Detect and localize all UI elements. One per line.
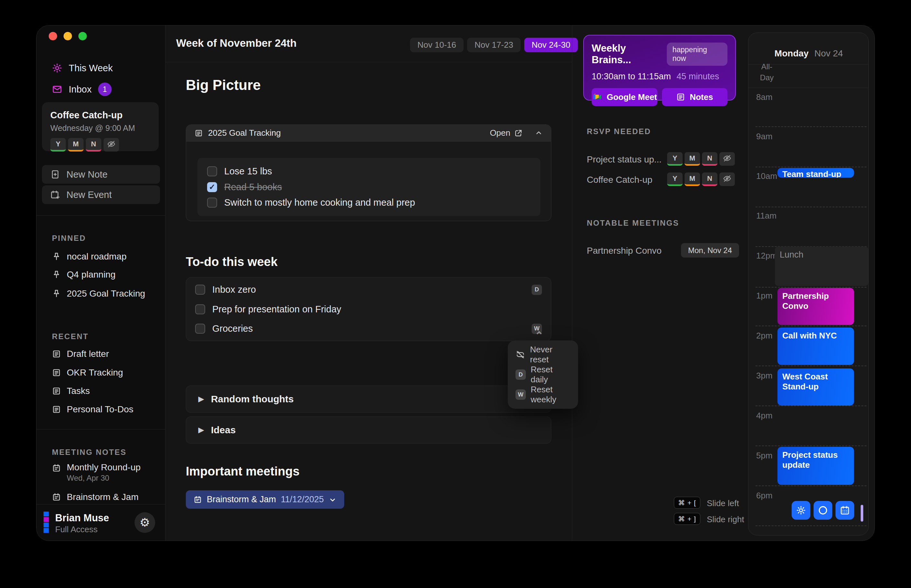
- sidebar-item-inbox[interactable]: Inbox 1: [52, 82, 112, 97]
- repeat-off-icon: [516, 350, 525, 359]
- sidebar-item-monthly-roundup[interactable]: Monthly Round-up Wed, Apr 30: [52, 462, 141, 477]
- sidebar-item-this-week[interactable]: This Week: [52, 60, 113, 76]
- hour-label: 4pm: [756, 411, 773, 421]
- meeting-chip-brainstorm-jam[interactable]: Brainstorm & Jam 11/12/2025: [186, 490, 344, 509]
- rsvp-yes-button[interactable]: Y: [50, 138, 66, 152]
- tab-nov-24-30[interactable]: Nov 24-30: [524, 38, 578, 52]
- now-card-time: 10:30am to 11:15am: [592, 71, 671, 81]
- happening-now-badge: happening now: [667, 42, 727, 66]
- calendar-note-icon: [52, 493, 61, 502]
- circle-button[interactable]: [814, 501, 832, 520]
- sidebar-item-label: Brainstorm & Jam: [67, 492, 139, 502]
- tab-nov-17-23[interactable]: Nov 17-23: [467, 38, 521, 52]
- rsvp-maybe-button[interactable]: M: [68, 138, 84, 152]
- rsvp-no-button[interactable]: N: [702, 152, 717, 166]
- rsvp-hide-button[interactable]: [104, 138, 119, 152]
- calendar-button[interactable]: [835, 501, 854, 520]
- eye-off-icon: [723, 174, 731, 183]
- kbd-slide-left-label: Slide left: [707, 498, 739, 508]
- hour-label: 6pm: [756, 491, 773, 501]
- external-link-icon: [514, 129, 523, 137]
- checkbox-unchecked[interactable]: [207, 166, 217, 176]
- sidebar-item-q4-planning[interactable]: Q4 planning: [52, 268, 115, 282]
- meeting-date-badge[interactable]: Mon, Nov 24: [681, 243, 739, 258]
- reset-daily-badge[interactable]: D: [532, 285, 542, 295]
- note-icon: [52, 405, 61, 414]
- sidebar-item-label: Monthly Round-up: [67, 462, 141, 472]
- goal-card-header[interactable]: 2025 Goal Tracking Open: [186, 125, 551, 142]
- minimize-button[interactable]: [63, 32, 72, 40]
- checkbox-unchecked[interactable]: [195, 324, 205, 334]
- note-icon: [52, 368, 61, 377]
- sidebar-item-2025-goal-tracking[interactable]: 2025 Goal Tracking: [52, 287, 145, 301]
- calendar-event-call-with-nyc[interactable]: Call with NYC: [777, 328, 854, 365]
- menu-item-label: Reset daily: [531, 365, 570, 384]
- sidebar-item-brainstorm-jam[interactable]: Brainstorm & Jam: [52, 490, 139, 504]
- menu-item-reset-daily[interactable]: D Reset daily: [508, 365, 578, 384]
- menu-item-never-reset[interactable]: Never reset: [508, 346, 578, 363]
- sun-icon: [52, 63, 62, 73]
- note-icon: [676, 92, 685, 102]
- sidebar-item-draft-letter[interactable]: Draft letter: [52, 347, 109, 361]
- note-plus-icon: [50, 170, 60, 179]
- gear-icon: ⚙: [140, 516, 150, 529]
- calendar-event-lunch[interactable]: Lunch: [775, 247, 869, 286]
- rsvp-yes-button[interactable]: Y: [667, 152, 683, 166]
- user-area[interactable]: Brian Muse Full Access ⚙: [36, 504, 165, 541]
- new-note-label: New Note: [66, 169, 107, 180]
- hour-label: 3pm: [756, 371, 773, 381]
- rsvp-maybe-button[interactable]: M: [684, 152, 700, 166]
- hour-label: 8am: [756, 92, 773, 102]
- todo-card: Inbox zero D Prep for presentation on Fr…: [186, 277, 551, 341]
- sidebar-item-label: 2025 Goal Tracking: [67, 289, 145, 299]
- notes-label: Notes: [690, 92, 713, 102]
- rsvp-no-button[interactable]: N: [86, 138, 101, 152]
- chevron-up-icon[interactable]: [535, 129, 543, 137]
- section-ideas[interactable]: ▶ Ideas: [186, 417, 551, 444]
- calendar-event-partnership-convo[interactable]: Partnership Convo: [777, 288, 854, 325]
- rsvp-maybe-button[interactable]: M: [684, 173, 700, 186]
- hour-gridline: [756, 167, 866, 167]
- rsvp-no-button[interactable]: N: [702, 173, 717, 186]
- eye-off-icon: [107, 140, 116, 149]
- sidebar-item-nocal-roadmap[interactable]: nocal roadmap: [52, 249, 126, 264]
- new-note-button[interactable]: New Note: [42, 165, 160, 184]
- weather-button[interactable]: [792, 501, 811, 520]
- checkbox-unchecked[interactable]: [195, 304, 205, 314]
- divider: [36, 215, 165, 216]
- note-icon: [194, 129, 203, 137]
- goal-card-open-link[interactable]: Open: [490, 128, 543, 138]
- checkbox-checked[interactable]: [207, 182, 217, 192]
- pin-icon: [52, 270, 61, 279]
- calendar-day-header: Monday Nov 24: [748, 48, 869, 59]
- kbd-slide-left: ⌘ + [: [674, 497, 701, 509]
- sidebar-item-okr-tracking[interactable]: OKR Tracking: [52, 365, 123, 380]
- checkbox-unchecked[interactable]: [195, 285, 205, 295]
- tab-nov-10-16[interactable]: Nov 10-16: [410, 38, 464, 52]
- rsvp-hide-button[interactable]: [719, 152, 735, 166]
- new-event-button[interactable]: New Event: [42, 185, 160, 204]
- new-event-label: New Event: [66, 189, 112, 200]
- screen: This Week Inbox 1 Coffee Catch-up Wednes…: [0, 0, 911, 588]
- hour-gridline: [756, 525, 866, 526]
- close-button[interactable]: [49, 32, 57, 40]
- zoom-button[interactable]: [78, 32, 87, 40]
- checkbox-unchecked[interactable]: [207, 198, 217, 208]
- sidebar-event-card[interactable]: Coffee Catch-up Wednesday @ 9:00 AM Y M …: [42, 102, 159, 151]
- section-random-thoughts[interactable]: ▶ Random thoughts: [186, 386, 551, 413]
- app-window: This Week Inbox 1 Coffee Catch-up Wednes…: [36, 25, 875, 541]
- calendar-event-project-status-update[interactable]: Project status update: [777, 447, 854, 485]
- sidebar-item-tasks[interactable]: Tasks: [52, 384, 90, 398]
- user-name: Brian Muse: [55, 512, 109, 524]
- calendar-event-team-standup[interactable]: Team stand-up: [777, 168, 854, 178]
- menu-item-reset-weekly[interactable]: W Reset weekly: [508, 386, 578, 404]
- rsvp-hide-button[interactable]: [719, 173, 735, 186]
- happening-now-card[interactable]: Weekly Brains... happening now 10:30am t…: [583, 35, 736, 100]
- google-meet-button[interactable]: Google Meet: [592, 88, 657, 106]
- calendar-event-west-coast-standup[interactable]: West Coast Stand-up: [777, 368, 854, 405]
- settings-button[interactable]: ⚙: [134, 512, 155, 533]
- sidebar-item-personal-todos[interactable]: Personal To-Dos: [52, 402, 133, 417]
- notes-button[interactable]: Notes: [662, 88, 728, 106]
- checklist-label: Lose 15 lbs: [224, 166, 272, 177]
- rsvp-yes-button[interactable]: Y: [667, 173, 683, 186]
